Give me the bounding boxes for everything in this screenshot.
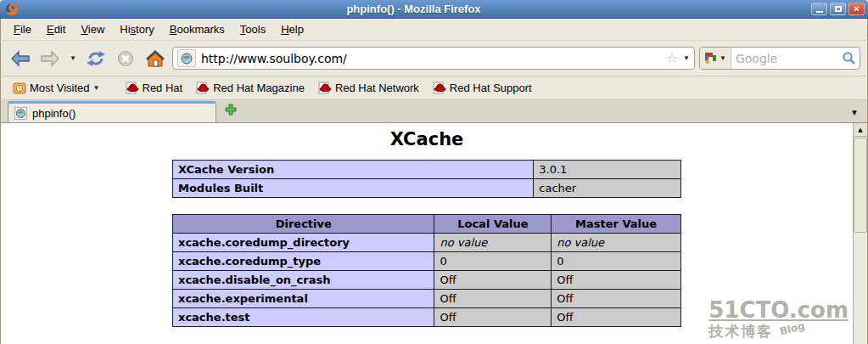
- red-hat-icon: [433, 82, 446, 94]
- reload-button[interactable]: [83, 46, 109, 71]
- table-header-row: Directive Local Value Master Value: [173, 215, 681, 234]
- forward-button[interactable]: [37, 46, 63, 71]
- menu-help[interactable]: Help: [273, 20, 311, 39]
- google-icon: [704, 52, 717, 65]
- table-row: xcache.coredump_type 0 0: [173, 252, 681, 271]
- xcache-info-table: XCache Version 3.0.1 Modules Built cache…: [172, 160, 681, 198]
- table-row: Modules Built cacher: [173, 179, 681, 198]
- menu-history[interactable]: History: [112, 20, 161, 39]
- close-button[interactable]: ×: [848, 3, 865, 15]
- chevron-down-icon: ▼: [93, 84, 100, 92]
- navigation-toolbar: ▼: [0, 41, 868, 76]
- forward-icon: [40, 50, 60, 67]
- home-button[interactable]: [143, 46, 168, 71]
- page-globe-icon: [181, 53, 193, 65]
- search-input[interactable]: [731, 52, 842, 65]
- column-header: Local Value: [434, 215, 552, 234]
- search-bar[interactable]: ▼: [699, 47, 860, 70]
- new-tab-button[interactable]: [225, 104, 237, 119]
- tab-phpinfo[interactable]: phpinfo(): [8, 101, 216, 122]
- info-label: Modules Built: [173, 179, 534, 198]
- stop-icon: [117, 50, 134, 67]
- engine-dropdown-icon: ▼: [720, 54, 726, 62]
- watermark-caption: 技术博客: [708, 324, 773, 341]
- watermark: 51CTO.com 技术博客 Blog: [708, 298, 848, 341]
- search-icon[interactable]: [842, 51, 856, 65]
- red-hat-icon: [196, 82, 210, 94]
- page-title: XCache: [1, 129, 853, 149]
- info-label: XCache Version: [173, 161, 534, 179]
- red-hat-icon: [318, 82, 332, 94]
- stop-button[interactable]: [113, 46, 138, 71]
- bookmark-most-visited[interactable]: Most Visited ▼: [8, 79, 105, 97]
- back-icon: [10, 50, 31, 67]
- info-value: 3.0.1: [534, 161, 681, 179]
- table-row: xcache.test Off Off: [173, 308, 681, 327]
- browser-window: phpinfo() - Mozilla Firefox × File Edit …: [0, 0, 868, 344]
- bookmark-red-hat-support[interactable]: Red Hat Support: [428, 79, 537, 97]
- table-row: XCache Version 3.0.1: [173, 161, 681, 179]
- plus-icon: [225, 104, 237, 116]
- search-engine-selector[interactable]: ▼: [700, 48, 731, 69]
- menu-tools[interactable]: Tools: [232, 20, 273, 39]
- column-header: Directive: [173, 215, 434, 234]
- maximize-icon: [835, 6, 842, 12]
- menu-bar: File Edit View History Bookmarks Tools H…: [0, 19, 868, 41]
- red-hat-icon: [126, 82, 139, 94]
- bookmark-star-icon[interactable]: ☆: [666, 52, 678, 65]
- bookmark-red-hat[interactable]: Red Hat: [120, 79, 188, 97]
- tab-label: phpinfo(): [32, 107, 76, 120]
- menu-edit[interactable]: Edit: [39, 20, 73, 39]
- scroll-up-icon: ▲: [858, 127, 862, 133]
- chevron-down-icon: ▼: [70, 54, 76, 62]
- bookmark-label: Red Hat Network: [335, 82, 419, 94]
- table-row: xcache.experimental Off Off: [173, 290, 681, 308]
- tab-favicon: [14, 107, 27, 120]
- url-dropdown-icon[interactable]: ▼: [683, 54, 690, 62]
- home-icon: [145, 50, 165, 67]
- bookmark-red-hat-network[interactable]: Red Hat Network: [313, 79, 424, 97]
- url-bar[interactable]: ☆ ▼: [172, 47, 695, 70]
- table-row: xcache.coredump_directory no value no va…: [173, 234, 681, 252]
- xcache-directives-table: Directive Local Value Master Value xcach…: [172, 214, 681, 327]
- back-button[interactable]: [8, 46, 33, 71]
- maximize-button[interactable]: [830, 3, 846, 15]
- bookmark-label: Red Hat Magazine: [213, 82, 305, 94]
- menu-view[interactable]: View: [73, 20, 112, 39]
- site-identity-box[interactable]: [177, 49, 196, 67]
- bookmarks-toolbar: Most Visited ▼ Red Hat Red Hat Magazine: [0, 76, 868, 100]
- close-icon: ×: [854, 4, 859, 14]
- tab-bar: phpinfo() ▼: [0, 100, 868, 123]
- vertical-scrollbar[interactable]: ▲: [853, 123, 867, 344]
- table-row: xcache.disable_on_crash Off Off: [173, 271, 681, 290]
- menu-file[interactable]: File: [6, 20, 39, 39]
- reload-icon: [86, 50, 106, 67]
- url-input[interactable]: [201, 52, 661, 65]
- browser-content: XCache XCache Version 3.0.1 Modules Buil…: [0, 123, 868, 344]
- window-title: phpinfo() - Mozilla Firefox: [19, 3, 809, 15]
- phpinfo-page: XCache XCache Version 3.0.1 Modules Buil…: [1, 123, 853, 327]
- minimize-icon: [816, 11, 823, 13]
- bookmark-label: Most Visited: [30, 82, 90, 94]
- watermark-brand: 51CTO.com: [708, 298, 848, 324]
- history-dropdown-button[interactable]: ▼: [67, 46, 79, 71]
- minimize-button[interactable]: [811, 3, 827, 15]
- column-header: Master Value: [552, 215, 681, 234]
- bookmark-red-hat-magazine[interactable]: Red Hat Magazine: [191, 79, 310, 97]
- menu-bookmarks[interactable]: Bookmarks: [162, 20, 232, 39]
- bookmark-label: Red Hat Support: [450, 82, 532, 94]
- title-bar: phpinfo() - Mozilla Firefox ×: [0, 0, 868, 19]
- info-value: cacher: [534, 179, 681, 198]
- scroll-up-button[interactable]: ▲: [854, 123, 867, 137]
- scrollbar-thumb[interactable]: [854, 138, 867, 233]
- list-all-tabs-button[interactable]: ▼: [850, 108, 859, 117]
- folder-icon: [13, 82, 26, 94]
- firefox-icon: [5, 3, 19, 16]
- bookmark-label: Red Hat: [143, 82, 183, 94]
